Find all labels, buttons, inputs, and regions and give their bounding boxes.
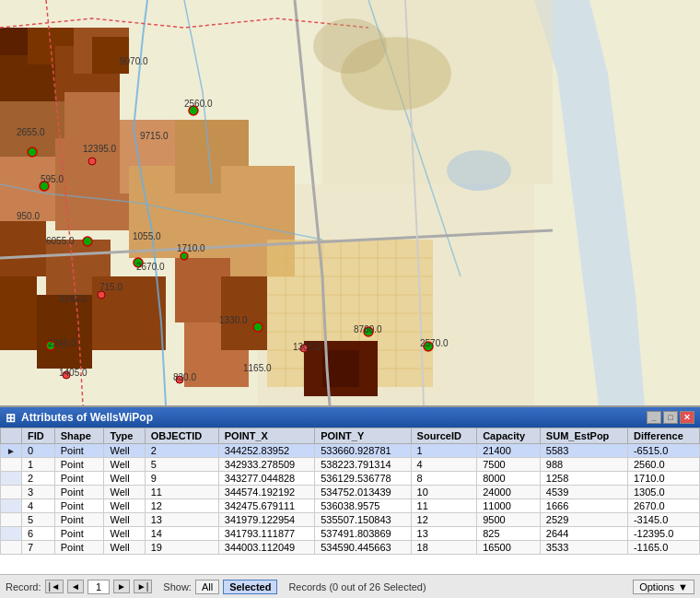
- svg-rect-23: [37, 295, 92, 369]
- record-prev-button[interactable]: ◄: [67, 580, 84, 593]
- record-first-button[interactable]: |◄: [45, 580, 64, 593]
- cell-difference: 1305.0: [627, 486, 699, 499]
- svg-rect-7: [0, 64, 55, 101]
- cell-point_y: 537491.803869: [315, 527, 411, 541]
- svg-point-48: [28, 147, 37, 157]
- svg-point-49: [88, 158, 96, 165]
- svg-rect-5: [0, 28, 28, 55]
- cell-fid: 4: [21, 499, 54, 513]
- svg-text:1330.0: 1330.0: [219, 315, 248, 325]
- row-indicator: ►: [1, 444, 22, 458]
- cell-capacity: 8000: [477, 472, 541, 486]
- cell-difference: -12395.0: [627, 527, 699, 541]
- record-number[interactable]: 1: [88, 580, 110, 594]
- svg-text:1405.0: 1405.0: [59, 368, 88, 378]
- table-footer: Record: |◄ ◄ 1 ► ►| Show: All Selected R…: [0, 574, 700, 598]
- cell-sum_estpop: 2644: [540, 527, 627, 541]
- svg-text:1710.0: 1710.0: [177, 243, 205, 253]
- col-fid[interactable]: FID: [21, 428, 54, 444]
- options-label: Options: [639, 581, 674, 592]
- svg-text:2670.0: 2670.0: [136, 262, 165, 272]
- options-button[interactable]: Options ▼: [633, 580, 694, 594]
- cell-point_y: 533660.928781: [315, 444, 411, 458]
- maximize-button[interactable]: □: [663, 411, 678, 424]
- table-row[interactable]: 6PointWell14341793.111877537491.80386913…: [1, 527, 700, 541]
- svg-text:2655.0: 2655.0: [17, 127, 45, 137]
- svg-text:1055.0: 1055.0: [133, 231, 161, 241]
- cell-shape: Point: [54, 444, 104, 458]
- svg-text:715.0: 715.0: [99, 282, 122, 292]
- cell-capacity: 21400: [477, 444, 541, 458]
- minimize-button[interactable]: _: [647, 411, 661, 424]
- cell-sum_estpop: 3533: [540, 541, 627, 555]
- table-row[interactable]: ►0PointWell2344252.83952533660.928781121…: [1, 444, 700, 458]
- cell-point_x: 341979.122954: [218, 513, 314, 527]
- options-arrow-icon: ▼: [678, 581, 688, 592]
- attributes-table: FID Shape Type OBJECTID POINT_X POINT_Y …: [0, 428, 700, 555]
- cell-shape: Point: [54, 486, 104, 499]
- cell-sourceid: 8: [411, 472, 477, 486]
- cell-type: Well: [104, 527, 145, 541]
- svg-point-58: [253, 322, 262, 332]
- table-scroll-area[interactable]: FID Shape Type OBJECTID POINT_X POINT_Y …: [0, 428, 700, 574]
- cell-difference: -1165.0: [627, 541, 699, 555]
- table-row[interactable]: 1PointWell5342933.278509538223.791314475…: [1, 458, 700, 472]
- window-controls: _ □ ✕: [647, 411, 694, 424]
- col-sum-estpop[interactable]: SUM_EstPop: [540, 428, 627, 444]
- cell-capacity: 24000: [477, 486, 541, 499]
- cell-objectid: 13: [145, 513, 218, 527]
- cell-point_y: 534590.445663: [315, 541, 411, 555]
- table-icon: ⊞: [6, 411, 16, 425]
- col-point-x[interactable]: POINT_X: [218, 428, 314, 444]
- cell-point_y: 538223.791314: [315, 458, 411, 472]
- svg-rect-11: [92, 37, 129, 74]
- cell-capacity: 825: [477, 527, 541, 541]
- cell-objectid: 14: [145, 527, 218, 541]
- record-next-button[interactable]: ►: [113, 580, 130, 593]
- record-last-button[interactable]: ►|: [134, 580, 153, 593]
- table-body: ►0PointWell2344252.83952533660.928781121…: [1, 444, 700, 555]
- table-row[interactable]: 4PointWell12342475.679111536038.95751111…: [1, 499, 700, 513]
- svg-point-54: [98, 291, 105, 299]
- svg-rect-20: [0, 221, 46, 276]
- cell-capacity: 9500: [477, 513, 541, 527]
- cell-point_x: 344574.192192: [218, 486, 314, 499]
- cell-sourceid: 13: [411, 527, 477, 541]
- close-button[interactable]: ✕: [680, 411, 694, 424]
- col-indicator: [1, 428, 22, 444]
- show-selected-button[interactable]: Selected: [223, 580, 277, 594]
- cell-sum_estpop: 1258: [540, 472, 627, 486]
- cell-point_y: 534752.013439: [315, 486, 411, 499]
- show-all-button[interactable]: All: [195, 580, 219, 594]
- attribute-table-window: ⊞ Attributes of WellsWiPop _ □ ✕ FID Sha…: [0, 405, 700, 598]
- cell-sourceid: 10: [411, 486, 477, 499]
- cell-type: Well: [104, 444, 145, 458]
- col-difference[interactable]: Difference: [627, 428, 699, 444]
- col-shape[interactable]: Shape: [54, 428, 104, 444]
- table-row[interactable]: 5PointWell13341979.122954535507.15084312…: [1, 513, 700, 527]
- table-row[interactable]: 3PointWell11344574.192192534752.01343910…: [1, 486, 700, 499]
- cell-sourceid: 12: [411, 513, 477, 527]
- cell-sourceid: 18: [411, 541, 477, 555]
- table-row[interactable]: 7PointWell19344003.112049534590.44566318…: [1, 541, 700, 555]
- row-indicator: [1, 458, 22, 472]
- table-row[interactable]: 2PointWell9343277.044828536129.536778880…: [1, 472, 700, 486]
- cell-sum_estpop: 5583: [540, 444, 627, 458]
- col-objectid[interactable]: OBJECTID: [145, 428, 218, 444]
- row-indicator: [1, 472, 22, 486]
- cell-objectid: 12: [145, 499, 218, 513]
- records-info: Records (0 out of 26 Selected): [288, 581, 426, 592]
- col-type[interactable]: Type: [104, 428, 145, 444]
- cell-point_x: 342475.679111: [218, 499, 314, 513]
- cell-objectid: 11: [145, 486, 218, 499]
- cell-point_y: 536038.9575: [315, 499, 411, 513]
- col-point-y[interactable]: POINT_Y: [315, 428, 411, 444]
- map-area[interactable]: 9070.0 2560.0 2655.0 9715.0 12395.0 595.…: [0, 0, 700, 405]
- col-sourceid[interactable]: SourceID: [411, 428, 477, 444]
- window-title: Attributes of WellsWiPop: [21, 411, 153, 424]
- col-capacity[interactable]: Capacity: [477, 428, 541, 444]
- window-titlebar[interactable]: ⊞ Attributes of WellsWiPop _ □ ✕: [0, 407, 700, 428]
- cell-point_x: 342933.278509: [218, 458, 314, 472]
- svg-text:8760.0: 8760.0: [354, 324, 382, 334]
- cell-sourceid: 4: [411, 458, 477, 472]
